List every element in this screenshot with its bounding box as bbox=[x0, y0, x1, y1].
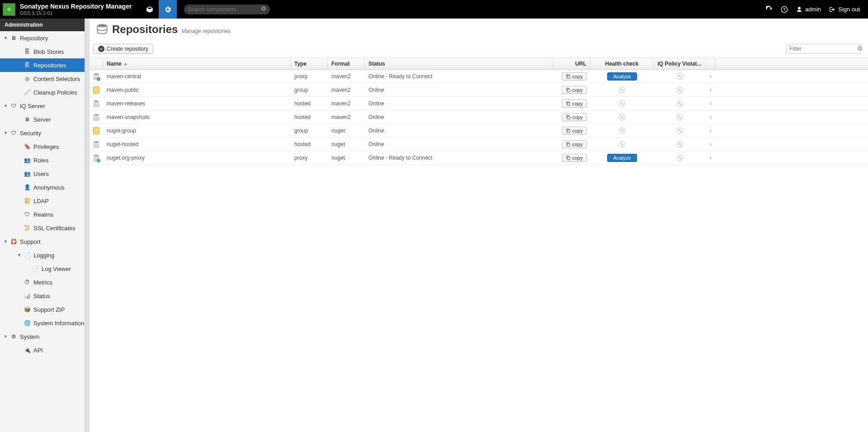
nav-item-blob-stores[interactable]: 🗄Blob Stores bbox=[0, 45, 89, 58]
row-expand[interactable]: › bbox=[706, 97, 716, 110]
col-status[interactable]: Status bbox=[365, 58, 553, 69]
not-available-icon bbox=[677, 141, 683, 147]
repo-group-icon bbox=[93, 86, 99, 94]
mode-tabs bbox=[141, 0, 177, 19]
nav-item-anonymous[interactable]: 👤Anonymous bbox=[0, 180, 89, 194]
nav-item-repositories[interactable]: 🗄Repositories bbox=[0, 58, 89, 72]
row-expand[interactable]: › bbox=[706, 70, 716, 83]
nav-item-support[interactable]: ▼🛟Support bbox=[0, 235, 89, 248]
col-icon[interactable] bbox=[90, 58, 103, 69]
row-expand[interactable]: › bbox=[706, 151, 716, 164]
analyze-button[interactable]: Analyze bbox=[607, 154, 637, 162]
copy-url-button[interactable]: copy bbox=[562, 72, 587, 81]
row-expand[interactable]: › bbox=[706, 83, 716, 96]
repo-iq-cell bbox=[654, 124, 706, 137]
nav-item-status[interactable]: 📊Status bbox=[0, 289, 89, 303]
filter-input[interactable] bbox=[789, 46, 857, 52]
nav-label: Status bbox=[33, 293, 50, 299]
filter-box[interactable] bbox=[786, 44, 861, 54]
copy-url-button[interactable]: copy bbox=[562, 127, 587, 135]
row-expand[interactable]: › bbox=[706, 124, 716, 137]
toolbar: + Create repository bbox=[90, 41, 868, 57]
table-row[interactable]: maven-centralproxymaven2Online - Ready t… bbox=[90, 70, 868, 83]
nav-item-api[interactable]: 🔌API bbox=[0, 343, 89, 357]
nav-item-privileges[interactable]: 🔖Privileges bbox=[0, 140, 89, 153]
repo-url-cell: copy bbox=[553, 97, 590, 110]
search-clear-icon[interactable] bbox=[261, 6, 266, 13]
col-iq[interactable]: IQ Policy Violat... bbox=[654, 58, 706, 69]
nav-item-support-zip[interactable]: 📦Support ZIP bbox=[0, 303, 89, 316]
svg-text:?: ? bbox=[783, 7, 785, 12]
row-expand[interactable]: › bbox=[706, 138, 716, 151]
repo-iq-cell bbox=[654, 110, 706, 123]
svg-point-3 bbox=[98, 24, 107, 27]
nav-item-repository[interactable]: ▼🖥Repository bbox=[0, 31, 89, 45]
refresh-button[interactable] bbox=[763, 3, 775, 16]
nav-label: Support ZIP bbox=[33, 306, 65, 313]
nav-item-ssl-certificates[interactable]: 📜SSL Certificates bbox=[0, 221, 89, 235]
filter-clear-icon[interactable] bbox=[857, 46, 863, 52]
table-row[interactable]: maven-releaseshostedmaven2Onlinecopy› bbox=[90, 97, 868, 110]
sidebar-scrollbar[interactable] bbox=[85, 19, 89, 432]
nav-label: Security bbox=[20, 130, 41, 137]
copy-icon bbox=[566, 88, 571, 92]
search-box[interactable] bbox=[184, 5, 270, 14]
nav-item-cleanup-policies[interactable]: 🧹Cleanup Policies bbox=[0, 85, 89, 99]
cylinder-icon: 🗄 bbox=[24, 48, 31, 55]
table-row[interactable]: maven-publicgroupmaven2Onlinecopy› bbox=[90, 83, 868, 97]
repo-hosted-icon bbox=[93, 141, 99, 148]
nav-item-roles[interactable]: 👥Roles bbox=[0, 153, 89, 167]
table-row[interactable]: nuget-hostedhostednugetOnlinecopy› bbox=[90, 138, 868, 151]
admin-mode-button[interactable] bbox=[159, 0, 177, 19]
row-expand[interactable]: › bbox=[706, 110, 716, 123]
nav-label: LDAP bbox=[33, 198, 49, 204]
signout-button[interactable]: Sign out bbox=[826, 6, 863, 13]
gauge-icon: ⏱ bbox=[24, 279, 31, 286]
expand-arrow-icon: ▼ bbox=[4, 131, 9, 135]
topbar-right: ? admin Sign out bbox=[763, 3, 868, 16]
nav-item-content-selectors[interactable]: ◎Content Selectors bbox=[0, 72, 89, 85]
sidebar-header: Administration bbox=[0, 19, 89, 31]
nav-item-logging[interactable]: ▼📄Logging bbox=[0, 248, 89, 262]
repo-type-cell: hosted bbox=[291, 97, 328, 110]
nav-item-system-information[interactable]: 🌐System Information bbox=[0, 316, 89, 330]
not-available-icon bbox=[619, 100, 625, 107]
analyze-button[interactable]: Analyze bbox=[607, 72, 637, 81]
nav-label: API bbox=[33, 347, 43, 354]
nav-item-security[interactable]: ▼🛡Security bbox=[0, 126, 89, 140]
logo-icon bbox=[3, 3, 15, 16]
nav-item-metrics[interactable]: ⏱Metrics bbox=[0, 275, 89, 289]
repo-type-cell bbox=[90, 110, 103, 123]
repo-health-cell: Analyze bbox=[590, 151, 654, 164]
browse-mode-button[interactable] bbox=[141, 0, 159, 19]
nav-item-server[interactable]: 🖥Server bbox=[0, 113, 89, 126]
nav-item-system[interactable]: ▼⚙System bbox=[0, 330, 89, 343]
user-menu[interactable]: admin bbox=[793, 6, 824, 13]
table-row[interactable]: maven-snapshotshostedmaven2Onlinecopy› bbox=[90, 110, 868, 124]
col-health[interactable]: Health check bbox=[590, 58, 654, 69]
nav-item-log-viewer[interactable]: 📄Log Viewer bbox=[0, 262, 89, 275]
nav-item-users[interactable]: 👥Users bbox=[0, 167, 89, 180]
page-subtitle: Manage repositories bbox=[181, 28, 231, 34]
search-input[interactable] bbox=[188, 6, 261, 13]
col-url[interactable]: URL bbox=[553, 58, 590, 69]
nav-item-realms[interactable]: 🛡Realms bbox=[0, 208, 89, 221]
copy-url-button[interactable]: copy bbox=[562, 86, 587, 94]
nav-item-iq-server[interactable]: ▼🛡IQ Server bbox=[0, 99, 89, 113]
copy-url-button[interactable]: copy bbox=[562, 140, 587, 148]
repo-status-cell: Online bbox=[365, 110, 553, 123]
repo-format-cell: maven2 bbox=[328, 83, 365, 96]
repo-status-cell: Online - Ready to Connect bbox=[365, 151, 553, 164]
table-row[interactable]: nuget-groupgroupnugetOnlinecopy› bbox=[90, 124, 868, 138]
create-repository-button[interactable]: + Create repository bbox=[93, 44, 153, 54]
col-format[interactable]: Format bbox=[328, 58, 365, 69]
table-row[interactable]: nuget.org-proxyproxynugetOnline - Ready … bbox=[90, 151, 868, 165]
copy-url-button[interactable]: copy bbox=[562, 100, 587, 108]
copy-url-button[interactable]: copy bbox=[562, 113, 587, 121]
not-available-icon bbox=[677, 100, 683, 107]
col-type[interactable]: Type bbox=[291, 58, 328, 69]
help-button[interactable]: ? bbox=[778, 3, 791, 16]
nav-item-ldap[interactable]: 📒LDAP bbox=[0, 194, 89, 208]
col-name[interactable]: Name▲ bbox=[103, 58, 291, 69]
copy-url-button[interactable]: copy bbox=[562, 154, 587, 162]
